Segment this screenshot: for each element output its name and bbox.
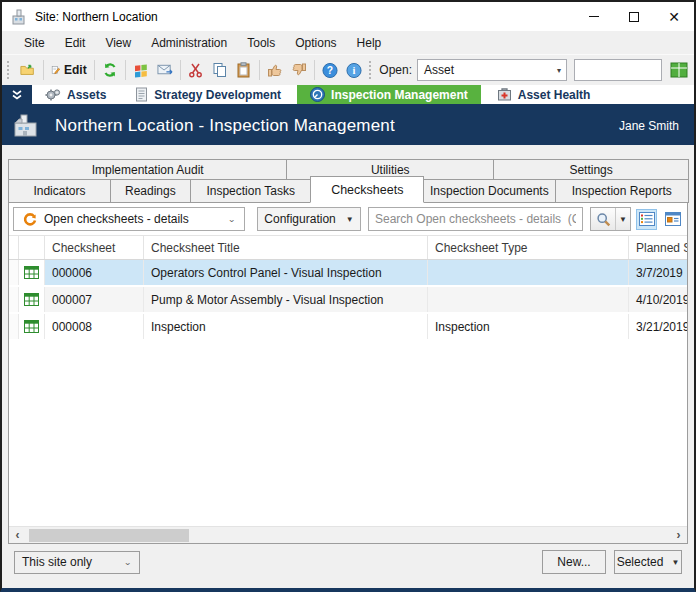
tab-checksheets[interactable]: Checksheets (310, 176, 424, 203)
edit-button[interactable]: Edit (47, 58, 91, 82)
row-selector-strip (9, 260, 19, 285)
configuration-button[interactable]: Configuration ▼ (257, 207, 361, 231)
new-button[interactable]: New... (542, 550, 606, 574)
menu-bar: SiteEditViewAdministrationToolsOptionsHe… (2, 31, 694, 54)
header-selector-strip (9, 236, 19, 259)
table-row[interactable]: 000006Operators Control Panel - Visual I… (9, 260, 687, 287)
new-button-label: New... (557, 555, 590, 569)
title-bar: Site: Northern Location ✕ (2, 2, 694, 31)
table-row[interactable]: 000007Pump & Motor Assembly - Visual Ins… (9, 287, 687, 314)
menu-help[interactable]: Help (347, 33, 392, 53)
cell-checksheet-title: Pump & Motor Assembly - Visual Inspectio… (144, 287, 428, 312)
info-button[interactable]: i (342, 58, 366, 82)
send-button[interactable] (153, 58, 177, 82)
view-selector-combobox[interactable]: Open checksheets - details ⌄ (13, 207, 245, 231)
thumbs-down-icon (291, 62, 307, 78)
toolbar-separator (259, 60, 260, 80)
cut-button[interactable] (184, 58, 208, 82)
quick-entry-field[interactable] (574, 59, 662, 81)
scroll-right-button[interactable]: › (670, 528, 687, 543)
open-combo-label: Open: (379, 63, 412, 77)
cell-checksheet: 000006 (45, 260, 144, 285)
double-chevron-down-icon (11, 89, 23, 101)
toolbar-separator (125, 60, 126, 80)
cell-checksheet-type: Inspection (428, 314, 629, 339)
document-icon (135, 87, 148, 102)
menu-administration[interactable]: Administration (141, 33, 237, 53)
dropdown-arrow-icon: ▾ (557, 66, 564, 75)
minimize-button[interactable] (574, 2, 614, 31)
app-window: Site: Northern Location ✕ SiteEditViewAd… (0, 0, 696, 592)
module-tab-strategy-development[interactable]: Strategy Development (122, 85, 294, 104)
list-view-toggle[interactable] (636, 209, 657, 230)
tab-implementation-audit[interactable]: Implementation Audit (8, 159, 287, 179)
help-button[interactable]: ? (318, 58, 342, 82)
card-view-toggle[interactable] (662, 209, 683, 230)
tab-inspection-documents[interactable]: Inspection Documents (423, 179, 555, 203)
search-input[interactable] (369, 208, 582, 230)
menu-edit[interactable]: Edit (55, 33, 96, 53)
column-header-checksheet[interactable]: Checksheet (45, 236, 144, 259)
envelope-icon (157, 63, 173, 77)
go-button[interactable] (666, 58, 692, 82)
edit-button-label: Edit (64, 63, 87, 77)
module-tab-strip: Assets Strategy Development Inspection M… (2, 85, 694, 107)
thumbs-up-button[interactable] (263, 58, 287, 82)
scrollbar-thumb[interactable] (29, 529, 189, 542)
search-options-arrow[interactable]: ▼ (616, 208, 630, 230)
first-aid-kit-icon (497, 87, 512, 102)
module-tab-label: Inspection Management (331, 88, 468, 102)
refresh-button[interactable] (98, 58, 122, 82)
menu-site[interactable]: Site (14, 33, 55, 53)
selected-menu-button[interactable]: Selected ▼ (614, 550, 682, 574)
column-header-checksheet-type[interactable]: Checksheet Type (428, 236, 629, 259)
collapse-panel-button[interactable] (2, 85, 32, 104)
module-tab-assets[interactable]: Assets (32, 85, 119, 104)
menu-tools[interactable]: Tools (237, 33, 285, 53)
site-banner: Northern Location - Inspection Managemen… (2, 107, 694, 145)
cell-planned-start: 3/21/2019 (629, 314, 687, 339)
paste-button[interactable] (232, 58, 256, 82)
scope-selector-combobox[interactable]: This site only ⌄ (14, 551, 140, 574)
header-icon-column (19, 236, 45, 259)
cell-checksheet-title: Operators Control Panel - Visual Inspect… (144, 260, 428, 285)
info-icon: i (346, 62, 362, 79)
column-header-checksheet-title[interactable]: Checksheet Title (144, 236, 428, 259)
scope-selector-value: This site only (22, 555, 92, 569)
tab-inspection-reports[interactable]: Inspection Reports (555, 179, 689, 203)
tab-inspection-tasks[interactable]: Inspection Tasks (190, 179, 312, 203)
app-icon (10, 8, 28, 26)
module-tab-asset-health[interactable]: Asset Health (484, 85, 604, 104)
menu-view[interactable]: View (95, 33, 141, 53)
toolbar-grip[interactable] (369, 61, 373, 79)
tab-readings[interactable]: Readings (110, 179, 191, 203)
maximize-button[interactable] (614, 2, 654, 31)
copy-button[interactable] (208, 58, 232, 82)
menu-options[interactable]: Options (285, 33, 346, 53)
tab-settings[interactable]: Settings (493, 159, 689, 179)
column-header-planned-start[interactable]: Planned Start (629, 236, 687, 259)
table-row[interactable]: 000008InspectionInspection3/21/2019 (9, 314, 687, 341)
close-button[interactable]: ✕ (654, 2, 694, 31)
dropdown-arrow-icon: ▼ (671, 558, 679, 567)
tab-indicators[interactable]: Indicators (8, 179, 111, 203)
configuration-label: Configuration (264, 212, 335, 226)
search-field-wrap (368, 207, 583, 231)
open-folder-button[interactable] (16, 58, 40, 82)
scroll-left-button[interactable]: ‹ (9, 528, 26, 543)
current-user: Jane Smith (619, 119, 679, 133)
open-target-combobox[interactable]: Asset ▾ (417, 59, 567, 81)
thumbs-down-button[interactable] (287, 58, 311, 82)
checksheet-icon-cell (19, 287, 45, 312)
module-tab-inspection-management[interactable]: Inspection Management (297, 85, 481, 104)
windows-button[interactable] (129, 58, 153, 82)
row-selector-strip (9, 314, 19, 339)
checksheet-icon (24, 266, 39, 279)
dropdown-arrow-icon: ▼ (346, 215, 354, 224)
content-area: Implementation AuditUtilitiesSettings In… (2, 145, 694, 574)
chevron-down-icon: ⌄ (228, 215, 236, 224)
scissors-icon (188, 62, 203, 78)
gauge-icon (310, 87, 325, 102)
toolbar-grip[interactable] (7, 61, 11, 79)
search-button[interactable] (591, 208, 616, 230)
